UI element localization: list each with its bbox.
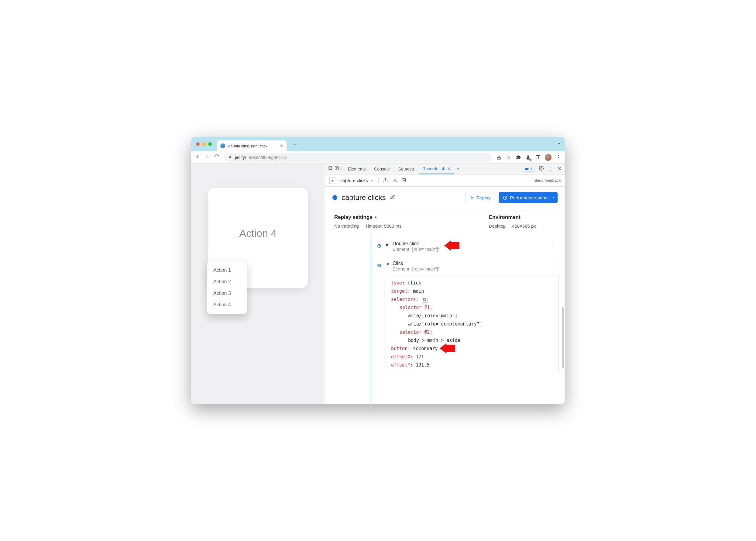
- window-close-button[interactable]: [196, 142, 199, 146]
- recorder-steps: ▶ Double click Element "[role="main"]" ⋮: [325, 234, 565, 404]
- context-menu-item[interactable]: Action 2: [207, 276, 247, 287]
- step-menu-icon[interactable]: ⋮: [550, 242, 556, 248]
- share-icon[interactable]: [496, 155, 502, 160]
- traffic-lights: [196, 142, 212, 146]
- flask-icon[interactable]: [526, 155, 531, 160]
- device-toggle-icon[interactable]: [334, 166, 339, 172]
- svg-marker-9: [471, 196, 473, 199]
- prop-key: button: [391, 346, 408, 351]
- prop-key: offsetY: [391, 362, 410, 368]
- step-title: Click: [393, 261, 440, 266]
- prop-key: selector #2: [400, 329, 430, 335]
- prop-key: offsetX: [391, 354, 410, 359]
- lock-icon: [228, 155, 232, 160]
- prop-val: : click: [402, 280, 421, 286]
- context-menu-item[interactable]: Action 3: [207, 287, 247, 299]
- url-path: /demo/dbl-right-click: [249, 155, 287, 160]
- extensions-puzzle-icon[interactable]: [516, 155, 521, 160]
- window-minimize-button[interactable]: [202, 142, 206, 146]
- performance-panel-dropdown[interactable]: [549, 192, 558, 203]
- tab-title: double click, right click: [228, 144, 267, 148]
- prop-val: : 191.5: [410, 362, 429, 368]
- step-menu-icon[interactable]: ⋮: [550, 262, 556, 268]
- issues-chip[interactable]: 1: [523, 166, 535, 172]
- devtools-menu-icon[interactable]: ⋮: [548, 166, 553, 172]
- perf-button-label: Performance panel: [510, 195, 549, 200]
- import-icon[interactable]: [392, 178, 397, 184]
- new-recording-button[interactable]: +: [329, 177, 336, 184]
- window-zoom-button[interactable]: [208, 142, 212, 146]
- recording-title: capture clicks: [342, 193, 386, 202]
- tab-sources[interactable]: Sources: [395, 164, 418, 174]
- replay-settings-col: Replay settings No throttling Timeout: 5…: [334, 214, 489, 229]
- annotation-arrow-icon: [440, 343, 455, 353]
- selector-value: aria/[role="main"]: [391, 312, 554, 320]
- profile-avatar[interactable]: [545, 154, 552, 161]
- chevron-down-icon: [370, 179, 374, 182]
- prop-val: : secondary: [408, 346, 438, 351]
- tab-recorder[interactable]: Recorder ✕: [419, 164, 454, 174]
- nav-actions: ☆ ⋮: [496, 154, 561, 161]
- panel-icon[interactable]: [535, 155, 541, 160]
- chevron-down-icon: [552, 196, 556, 200]
- recorder-settings: Replay settings No throttling Timeout: 5…: [325, 210, 565, 234]
- reload-button[interactable]: [214, 154, 219, 161]
- context-menu-item[interactable]: Action 1: [207, 265, 247, 276]
- step-dot: [377, 244, 381, 248]
- browser-window: double click, right click × + jec.fyi/de…: [191, 137, 565, 404]
- prop-val: :: [416, 296, 418, 302]
- browser-tab[interactable]: double click, right click ×: [217, 141, 286, 151]
- prop-val: : 171: [410, 354, 424, 359]
- step-double-click: ▶ Double click Element "[role="main"]" ⋮: [374, 238, 559, 258]
- selector-value: aria/[role="complementary"]: [391, 320, 554, 328]
- delete-icon[interactable]: [402, 178, 407, 184]
- inspect-icon[interactable]: [328, 166, 333, 172]
- issue-icon: [525, 167, 529, 171]
- recorder-toolbar: + capture clicks Send: [325, 175, 565, 187]
- prop-key: type: [391, 280, 402, 286]
- viewport-value: 458×566 px: [512, 224, 536, 229]
- web-page: Action 4 Action 1 Action 2 Action 3 Acti…: [191, 164, 325, 404]
- close-tab-recorder-icon[interactable]: ✕: [447, 167, 450, 171]
- back-button[interactable]: [195, 154, 200, 161]
- send-feedback-link[interactable]: Send feedback: [534, 178, 561, 183]
- recorder-header: capture clicks Replay Performance panel: [325, 187, 565, 210]
- bookmark-star-icon[interactable]: ☆: [506, 155, 512, 160]
- context-menu-item[interactable]: Action 4: [207, 299, 247, 310]
- recording-select-label: capture clicks: [340, 178, 368, 183]
- environment-col: Environment Desktop 458×566 px: [489, 214, 556, 229]
- prop-key: selectors: [391, 296, 416, 302]
- expand-step-icon[interactable]: ▶: [386, 242, 390, 247]
- issues-count: 1: [530, 167, 532, 171]
- edit-title-icon[interactable]: [390, 194, 395, 201]
- forward-button[interactable]: [204, 154, 210, 161]
- demo-card[interactable]: Action 4 Action 1 Action 2 Action 3 Acti…: [208, 188, 308, 288]
- replay-button[interactable]: Replay: [466, 192, 495, 203]
- new-tab-button[interactable]: +: [291, 142, 299, 149]
- address-bar[interactable]: jec.fyi/demo/dbl-right-click: [224, 153, 492, 162]
- export-icon[interactable]: [383, 178, 388, 184]
- play-icon: [470, 196, 474, 200]
- prop-key: selector #1: [400, 305, 430, 310]
- tabs-overflow-icon[interactable]: [557, 141, 561, 147]
- throttling-value: No throttling: [334, 224, 359, 229]
- step-click: ▼ Click Element "[role="main"]" ⋮ type: …: [374, 258, 559, 379]
- pick-element-icon[interactable]: [422, 296, 428, 303]
- tab-elements[interactable]: Elements: [344, 164, 369, 174]
- devtools-tabs: Elements Console Sources Recorder ✕ » 1: [325, 164, 565, 175]
- performance-panel-button[interactable]: Performance panel: [499, 192, 553, 203]
- chrome-menu-icon[interactable]: ⋮: [556, 155, 561, 160]
- overflow-tabs-icon[interactable]: »: [457, 167, 460, 172]
- close-tab-icon[interactable]: ×: [280, 143, 283, 149]
- settings-gear-icon[interactable]: [539, 166, 544, 172]
- step-dot: [377, 264, 381, 268]
- svg-marker-12: [375, 217, 376, 218]
- replay-settings-header[interactable]: Replay settings: [334, 214, 489, 220]
- tab-console[interactable]: Console: [370, 164, 393, 174]
- prop-val: :: [430, 305, 432, 310]
- scrollbar-thumb[interactable]: [562, 307, 564, 368]
- close-devtools-icon[interactable]: ✕: [558, 166, 562, 172]
- recording-select[interactable]: capture clicks: [340, 178, 374, 183]
- collapse-step-icon[interactable]: ▼: [386, 262, 390, 267]
- devtools-panel: Elements Console Sources Recorder ✕ » 1: [325, 164, 565, 404]
